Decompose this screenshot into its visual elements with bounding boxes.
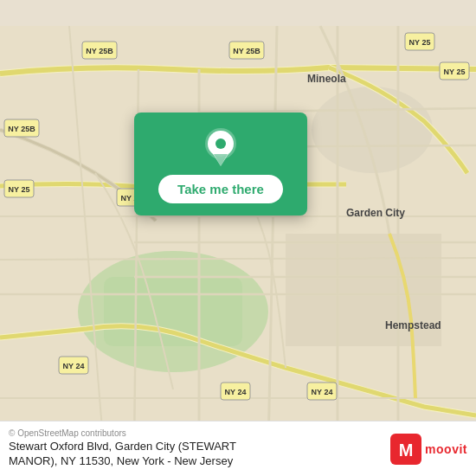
svg-text:NY 25: NY 25 bbox=[444, 68, 466, 76]
svg-text:M: M bbox=[399, 441, 414, 460]
svg-text:NY 25B: NY 25B bbox=[8, 125, 35, 133]
moovit-icon: M bbox=[390, 434, 421, 465]
moovit-logo: M moovit bbox=[390, 434, 467, 465]
svg-text:NY 25: NY 25 bbox=[409, 38, 431, 47]
svg-text:NY 25B: NY 25B bbox=[86, 47, 113, 55]
take-me-there-button[interactable]: Take me there bbox=[158, 175, 283, 203]
svg-text:NY 24: NY 24 bbox=[312, 388, 333, 396]
svg-text:Garden City: Garden City bbox=[346, 207, 405, 219]
svg-text:NY 24: NY 24 bbox=[63, 362, 85, 370]
bottom-left-info: © OpenStreetMap contributors Stewart Oxf… bbox=[9, 428, 382, 469]
svg-marker-46 bbox=[214, 154, 228, 166]
map-svg: NY 25B NY 25B NY 25 NY 25 NY 25B NY 25 N… bbox=[0, 0, 476, 476]
osm-attribution: © OpenStreetMap contributors bbox=[9, 428, 382, 438]
svg-text:NY 25B: NY 25B bbox=[233, 47, 261, 55]
location-text: Stewart Oxford Blvd, Garden City (STEWAR… bbox=[9, 440, 382, 469]
svg-text:NY 25: NY 25 bbox=[9, 185, 30, 194]
location-pin-icon bbox=[205, 128, 236, 166]
take-me-there-overlay: Take me there bbox=[134, 113, 307, 215]
svg-text:Hempstead: Hempstead bbox=[385, 319, 441, 331]
map-container: NY 25B NY 25B NY 25 NY 25 NY 25B NY 25 N… bbox=[0, 0, 476, 476]
svg-point-44 bbox=[215, 138, 226, 149]
svg-text:NY 24: NY 24 bbox=[225, 388, 247, 396]
svg-rect-2 bbox=[104, 277, 242, 346]
bottom-bar: © OpenStreetMap contributors Stewart Oxf… bbox=[0, 421, 476, 476]
moovit-text: moovit bbox=[425, 442, 467, 456]
svg-text:Mineola: Mineola bbox=[307, 73, 346, 85]
